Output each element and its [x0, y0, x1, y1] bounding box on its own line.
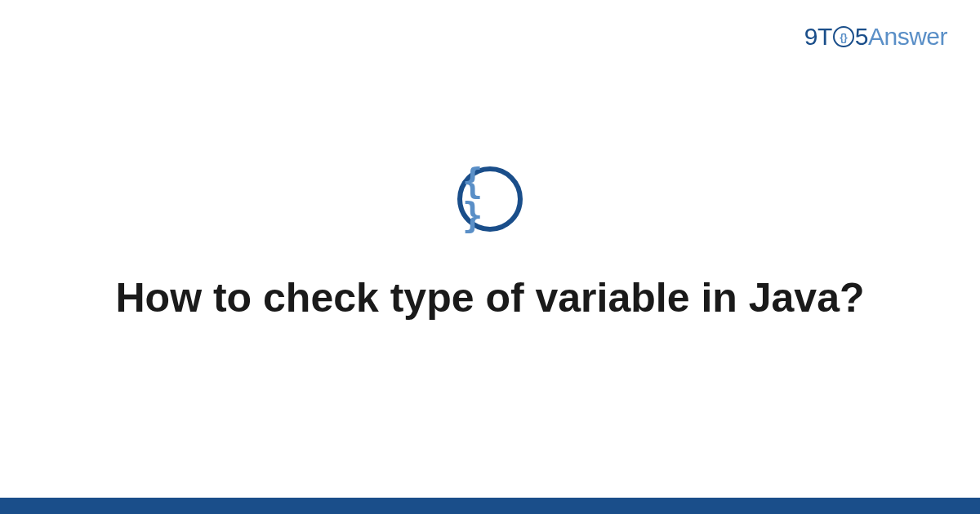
footer-bar [0, 498, 980, 514]
question-title: How to check type of variable in Java? [116, 273, 865, 324]
main-content: { } How to check type of variable in Jav… [0, 0, 980, 514]
code-braces-icon: { } [457, 166, 523, 232]
braces-glyph: { } [462, 165, 518, 233]
